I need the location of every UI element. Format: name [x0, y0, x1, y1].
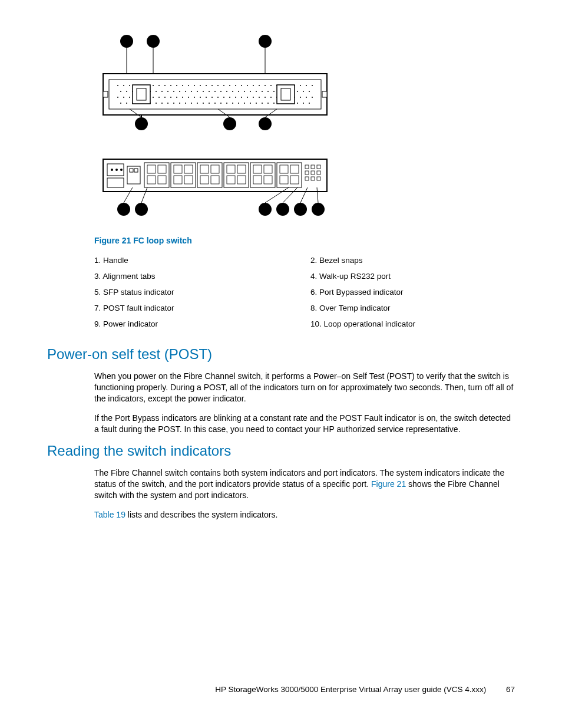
svg-point-42	[120, 91, 121, 92]
svg-point-67	[267, 91, 269, 92]
fc-loop-switch-diagram	[94, 29, 342, 224]
svg-point-221	[312, 203, 325, 216]
svg-rect-193	[227, 165, 235, 173]
svg-point-87	[188, 97, 189, 98]
svg-point-115	[156, 103, 157, 104]
svg-point-40	[306, 85, 307, 86]
svg-point-131	[250, 103, 251, 104]
figure-diagram	[94, 29, 515, 224]
legend-item: 1. Handle	[94, 256, 299, 265]
svg-rect-147	[322, 91, 327, 97]
svg-point-26	[223, 85, 224, 86]
svg-point-125	[214, 103, 216, 104]
svg-point-10	[129, 85, 130, 86]
svg-point-119	[179, 103, 180, 104]
svg-point-68	[273, 91, 275, 92]
svg-rect-201	[280, 165, 288, 173]
svg-rect-198	[264, 165, 272, 173]
svg-point-149	[223, 117, 236, 130]
svg-point-100	[265, 97, 266, 98]
svg-point-121	[191, 103, 192, 104]
svg-point-55	[197, 91, 198, 92]
legend-item: 7. POST fault indicator	[94, 304, 299, 312]
svg-point-169	[115, 169, 118, 171]
svg-point-84	[170, 97, 171, 98]
svg-point-34	[270, 85, 272, 86]
svg-point-118	[173, 103, 174, 104]
legend-item: 5. SFP status indicator	[94, 288, 299, 297]
footer-text: HP StorageWorks 3000/5000 Enterprise Vir…	[215, 685, 486, 694]
svg-point-41	[312, 85, 313, 86]
svg-rect-190	[211, 165, 219, 173]
svg-point-109	[120, 103, 121, 104]
svg-rect-208	[311, 171, 315, 174]
svg-point-85	[176, 97, 177, 98]
link-figure-21[interactable]: Figure 21	[371, 479, 406, 489]
svg-point-30	[247, 85, 248, 86]
svg-point-101	[270, 97, 272, 98]
svg-rect-199	[253, 176, 262, 184]
post-paragraph-1: When you power on the Fibre Channel swit…	[94, 371, 515, 404]
svg-point-2	[259, 35, 272, 48]
svg-point-93	[223, 97, 224, 98]
svg-point-50	[167, 91, 168, 92]
svg-point-43	[126, 91, 127, 92]
svg-point-124	[209, 103, 210, 104]
svg-point-15	[158, 85, 160, 86]
svg-point-82	[158, 97, 160, 98]
svg-rect-188	[184, 176, 193, 184]
svg-point-148	[135, 117, 148, 130]
svg-point-89	[200, 97, 201, 98]
svg-point-150	[259, 117, 272, 130]
link-table-19[interactable]: Table 19	[94, 510, 125, 519]
svg-point-134	[267, 103, 269, 104]
reading-paragraph-1: The Fibre Channel switch contains both s…	[94, 467, 515, 501]
svg-point-110	[126, 103, 127, 104]
svg-point-51	[173, 91, 174, 92]
legend-item: 3. Alignment tabs	[94, 272, 299, 281]
svg-point-128	[232, 103, 233, 104]
svg-point-97	[247, 97, 248, 98]
svg-point-21	[194, 85, 195, 86]
svg-point-0	[120, 35, 133, 48]
legend-item: 10. Loop operational indicator	[310, 319, 515, 328]
svg-point-117	[167, 103, 168, 104]
svg-point-57	[209, 91, 210, 92]
svg-rect-206	[311, 165, 315, 169]
svg-point-65	[256, 91, 257, 92]
svg-point-83	[164, 97, 166, 98]
svg-point-39	[300, 85, 301, 86]
svg-point-20	[188, 85, 189, 86]
reading-paragraph-2: Table 19 lists and describes the system …	[94, 509, 515, 521]
svg-rect-146	[103, 91, 108, 97]
svg-point-16	[164, 85, 166, 86]
svg-point-106	[300, 97, 301, 98]
svg-point-76	[123, 97, 124, 98]
svg-point-9	[123, 85, 124, 86]
heading-post: Power-on self test (POST)	[47, 346, 515, 363]
svg-point-99	[259, 97, 260, 98]
svg-point-66	[262, 91, 263, 92]
svg-point-17	[170, 85, 171, 86]
svg-point-22	[200, 85, 201, 86]
svg-point-133	[262, 103, 263, 104]
svg-rect-143	[137, 88, 146, 100]
svg-point-31	[253, 85, 254, 86]
svg-point-220	[294, 203, 307, 216]
svg-rect-209	[305, 177, 309, 180]
svg-point-129	[238, 103, 239, 104]
svg-rect-202	[290, 165, 299, 173]
svg-rect-183	[147, 176, 156, 184]
svg-point-141	[309, 103, 310, 104]
svg-rect-186	[184, 165, 193, 173]
svg-point-75	[117, 97, 118, 98]
svg-point-74	[309, 91, 310, 92]
svg-rect-181	[147, 165, 156, 173]
svg-point-120	[185, 103, 186, 104]
svg-point-218	[259, 203, 272, 216]
svg-point-122	[197, 103, 198, 104]
svg-point-48	[156, 91, 157, 92]
svg-point-77	[129, 97, 130, 98]
svg-rect-192	[211, 176, 219, 184]
svg-rect-145	[281, 88, 290, 100]
